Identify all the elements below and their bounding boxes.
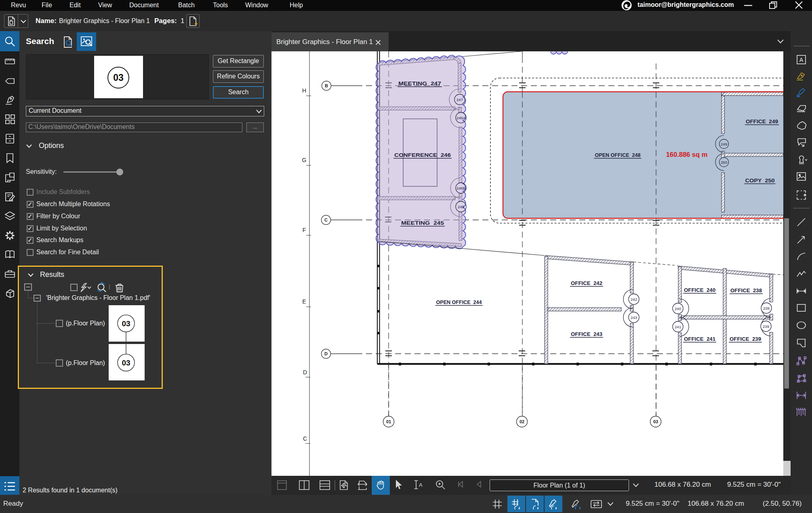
svg-text:241: 241 <box>675 325 681 329</box>
svg-text:03: 03 <box>653 419 658 424</box>
svg-text:D: D <box>303 369 307 376</box>
svg-text:03: 03 <box>122 359 130 367</box>
svg-text:OPEN OFFICE 244: OPEN OFFICE 244 <box>436 299 482 305</box>
svg-text:243: 243 <box>631 315 637 320</box>
svg-text:247: 247 <box>456 97 463 102</box>
svg-text:246B: 246B <box>456 186 465 190</box>
svg-text:240: 240 <box>675 306 681 311</box>
svg-text:MEETING 245: MEETING 245 <box>401 220 444 226</box>
svg-text:03: 03 <box>122 319 130 328</box>
svg-text:OFFICE 240: OFFICE 240 <box>684 287 715 293</box>
svg-text:COPY 250: COPY 250 <box>745 177 775 184</box>
svg-text:OPEN OFFICE 248: OPEN OFFICE 248 <box>595 152 641 158</box>
svg-text:OFFICE 238: OFFICE 238 <box>730 287 762 293</box>
svg-text:OFFICE 241: OFFICE 241 <box>684 336 715 342</box>
svg-text:OFFICE 249: OFFICE 249 <box>746 118 778 125</box>
svg-text:238: 238 <box>763 306 770 310</box>
svg-text:MEETING 247: MEETING 247 <box>398 80 441 87</box>
svg-text:D: D <box>324 351 328 356</box>
svg-text:OFFICE 239: OFFICE 239 <box>730 336 761 342</box>
svg-text:A: A <box>419 482 423 488</box>
svg-text:239: 239 <box>763 324 769 329</box>
svg-text:250: 250 <box>721 160 727 165</box>
svg-text:C: C <box>303 435 307 442</box>
svg-text:B: B <box>325 83 328 88</box>
svg-text:CONFERENCE 246: CONFERENCE 246 <box>394 152 451 158</box>
svg-text:F: F <box>303 227 306 233</box>
svg-text:246A: 246A <box>456 116 466 120</box>
svg-text:245: 245 <box>458 205 464 209</box>
svg-text:OFFICE 243: OFFICE 243 <box>571 331 602 337</box>
svg-text:OFFICE 242: OFFICE 242 <box>571 280 602 286</box>
svg-text:160.886 sq m: 160.886 sq m <box>666 151 708 158</box>
svg-text:242: 242 <box>631 297 637 302</box>
svg-text:03: 03 <box>113 72 124 83</box>
svg-text:01: 01 <box>386 419 391 424</box>
svg-text:H: H <box>302 87 306 94</box>
svg-text:C: C <box>324 217 328 222</box>
svg-text:02: 02 <box>520 419 524 424</box>
svg-text:249: 249 <box>721 142 727 146</box>
svg-text:G: G <box>302 157 307 163</box>
svg-text:A: A <box>799 57 804 63</box>
svg-text:E: E <box>302 298 306 305</box>
